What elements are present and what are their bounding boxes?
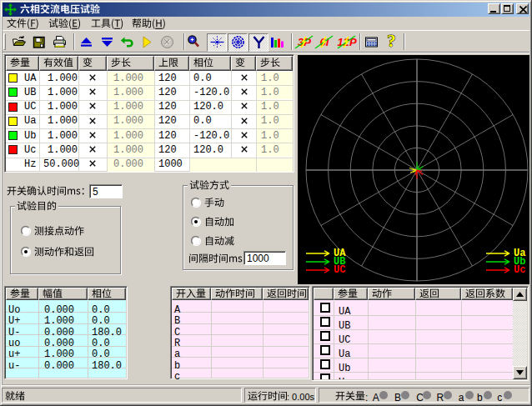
svg-text:?: ?	[387, 33, 396, 50]
